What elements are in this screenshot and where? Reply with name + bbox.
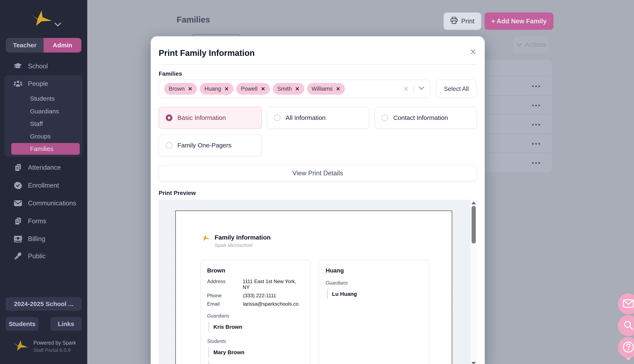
preview-title: Family Information — [215, 234, 271, 241]
chevron-down-icon[interactable] — [418, 86, 425, 92]
select-all-button[interactable]: Select All — [436, 80, 477, 98]
print-preview-label: Print Preview — [159, 190, 196, 196]
divider — [159, 64, 477, 65]
ellipsis-icon: ⋯ — [531, 157, 542, 168]
role-toggle: Teacher Admin — [6, 38, 81, 52]
print-button[interactable]: Print — [444, 12, 481, 30]
students-portal-button[interactable]: Students — [6, 317, 39, 331]
chevron-down-icon[interactable] — [54, 22, 62, 28]
clear-selection-icon[interactable]: ✕ — [403, 85, 409, 93]
guardian-name: Lu Huang — [327, 289, 422, 299]
preview-subtitle: Spark Microschool — [215, 243, 271, 248]
sidebar-item-communications[interactable]: Communications — [0, 198, 87, 209]
sidebar-item-people[interactable]: People — [4, 78, 83, 90]
search-icon — [623, 320, 633, 331]
chip-remove-icon[interactable]: ✕ — [188, 86, 192, 92]
badge-check-icon — [13, 182, 23, 190]
scroll-down-icon[interactable] — [471, 362, 476, 364]
close-icon[interactable]: ✕ — [470, 48, 476, 56]
option-basic-information[interactable]: Basic Information — [159, 107, 262, 129]
question-icon — [622, 341, 634, 354]
links-button[interactable]: Links — [50, 317, 82, 331]
sidebar-item-enrollment[interactable]: Enrollment — [0, 180, 87, 192]
powered-by-text: Powered by Spark — [33, 340, 76, 346]
sidebar-item-guardians[interactable]: Guardians — [4, 106, 83, 117]
option-contact-information[interactable]: Contact Information — [374, 107, 477, 129]
people-section: People Students Guardians Staff Groups F… — [4, 75, 83, 157]
print-family-information-modal: Print Family Information ✕ Families Brow… — [151, 36, 485, 364]
toggle-admin[interactable]: Admin — [44, 38, 81, 52]
family-card-brown: Brown Address1111 East 1st New York, NY … — [200, 260, 311, 364]
document-icon — [13, 217, 23, 225]
selected-family-chips: Brown✕ Huang✕ Powell✕ Smith✕ Williams✕ — [164, 83, 403, 95]
family-chip[interactable]: Smith✕ — [273, 83, 304, 95]
radio-icon — [382, 114, 388, 121]
sidebar-item-students[interactable]: Students — [4, 93, 83, 104]
families-field-label: Families — [159, 70, 182, 77]
radio-icon — [274, 114, 281, 121]
school-logo-row[interactable] — [0, 8, 87, 31]
families-multiselect-input[interactable]: Brown✕ Huang✕ Powell✕ Smith✕ Williams✕ ✕ — [159, 80, 431, 98]
divider — [413, 84, 414, 94]
preview-scrollbar[interactable] — [471, 200, 477, 364]
option-all-information[interactable]: All Information — [267, 107, 369, 129]
sidebar-item-families[interactable]: Families — [11, 143, 80, 155]
sidebar: Teacher Admin School People Students Gua… — [0, 0, 87, 364]
chip-remove-icon[interactable]: ✕ — [261, 86, 265, 92]
graduation-cap-icon — [13, 62, 23, 70]
student-name: Tommy Brown — [208, 361, 304, 364]
ellipsis-icon: ⋯ — [531, 100, 542, 110]
print-preview-area: Family Information Spark Microschool Bro… — [159, 200, 477, 364]
preview-canvas: Family Information Spark Microschool Bro… — [159, 200, 471, 364]
family-chip[interactable]: Williams✕ — [307, 83, 345, 95]
help-fab[interactable] — [618, 337, 634, 358]
modal-title: Print Family Information — [159, 48, 255, 58]
spark-logo-icon — [200, 234, 210, 243]
sidebar-item-public[interactable]: Public — [0, 250, 87, 262]
scroll-thumb[interactable] — [472, 206, 476, 244]
preview-page: Family Information Spark Microschool Bro… — [175, 210, 452, 364]
option-family-one-pagers[interactable]: Family One-Pagers — [159, 134, 262, 156]
family-chip[interactable]: Huang✕ — [200, 83, 233, 95]
spark-logo-small-icon — [12, 340, 28, 354]
clipboard-icon — [13, 164, 23, 172]
people-icon — [13, 80, 23, 88]
banknote-icon — [13, 235, 23, 242]
radio-selected-icon — [166, 114, 172, 121]
sidebar-item-school[interactable]: School — [0, 60, 87, 72]
search-fab[interactable] — [618, 315, 634, 336]
actions-dropdown-button[interactable]: Actions — [513, 36, 549, 54]
sidebar-item-forms[interactable]: Forms — [0, 215, 87, 227]
chip-remove-icon[interactable]: ✕ — [295, 86, 300, 92]
add-new-family-button[interactable]: + Add New Family — [485, 12, 553, 30]
family-chip[interactable]: Powell✕ — [236, 83, 270, 95]
toggle-teacher[interactable]: Teacher — [6, 38, 44, 52]
chip-remove-icon[interactable]: ✕ — [225, 86, 229, 92]
ellipsis-icon: ⋯ — [531, 119, 542, 130]
family-chip[interactable]: Brown✕ — [164, 83, 197, 95]
messages-fab[interactable] — [618, 294, 634, 314]
envelope-icon — [13, 200, 23, 206]
sidebar-item-attendance[interactable]: Attendance — [0, 162, 87, 174]
school-year-selector[interactable]: 2024-2025 School ... — [6, 297, 82, 311]
sidebar-item-billing[interactable]: Billing — [0, 233, 87, 245]
page-title: Families — [177, 15, 210, 24]
sidebar-item-groups[interactable]: Groups — [4, 130, 83, 142]
guardians-label: Guardians — [207, 313, 304, 319]
version-text: Staff Portal 6.0.9 — [33, 347, 71, 353]
mail-icon — [623, 299, 634, 308]
ellipsis-icon: ⋯ — [531, 80, 542, 91]
megaphone-icon — [13, 252, 23, 260]
chip-remove-icon[interactable]: ✕ — [336, 86, 340, 92]
view-print-details-button[interactable]: View Print Details — [159, 165, 477, 181]
ellipsis-icon: ⋯ — [531, 138, 542, 149]
student-name: Mary Brown — [208, 347, 304, 358]
chevron-down-icon — [516, 41, 522, 48]
printer-icon — [450, 17, 458, 26]
family-card-huang: Huang Guardians Lu Huang — [319, 260, 429, 364]
guardians-label: Guardians — [326, 280, 422, 286]
scroll-up-icon[interactable] — [471, 202, 476, 204]
sidebar-item-staff[interactable]: Staff — [4, 118, 83, 130]
spark-logo-icon — [29, 10, 52, 30]
students-label: Students — [207, 338, 304, 344]
